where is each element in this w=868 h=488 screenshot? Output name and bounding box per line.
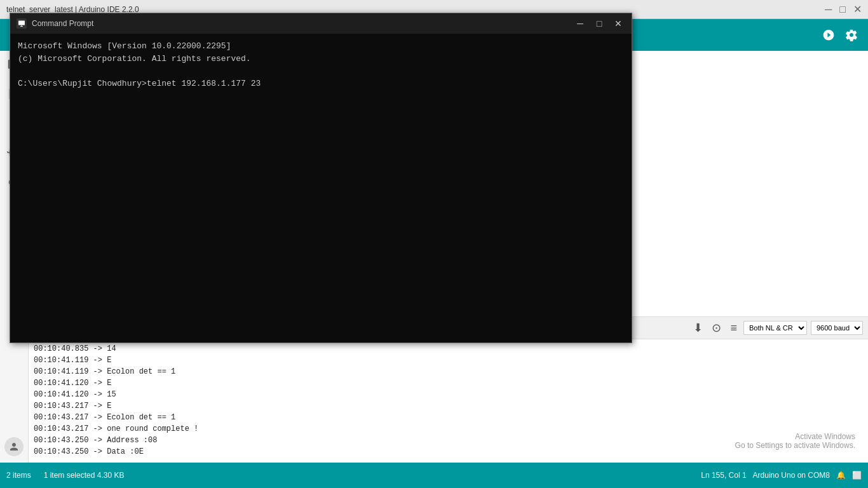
board-manager-button[interactable] (818, 25, 839, 45)
cmd-maximize-button[interactable]: □ (592, 17, 606, 30)
activate-line1: Activate Windows (735, 432, 855, 441)
menu-button[interactable]: ≡ (728, 320, 740, 336)
cmd-line-blank (18, 65, 624, 78)
close-button[interactable]: ✕ (853, 4, 862, 15)
cmd-titlebar-left: Command Prompt (17, 18, 93, 29)
cmd-window: Command Prompt ─ □ ✕ Microsoft Windows [… (10, 13, 632, 343)
serial-line-7: 00:10:43.217 -> Ecolon det == 1 (34, 412, 863, 423)
serial-line-1: 00:10:40.835 -> 14 (34, 343, 863, 355)
cmd-minimize-button[interactable]: ─ (573, 17, 587, 30)
scroll-down-button[interactable]: ⬇ (691, 320, 705, 336)
expand-icon[interactable]: ⬜ (852, 471, 862, 480)
cmd-app-icon (17, 18, 27, 29)
notification-icon: 🔔 (836, 471, 846, 480)
items-count: 2 items (6, 471, 31, 480)
autoscroll-button[interactable]: ⊙ (709, 320, 724, 336)
user-icon[interactable] (4, 437, 24, 456)
serial-line-3: 00:10:41.119 -> Ecolon det == 1 (34, 366, 863, 377)
serial-line-4: 00:10:41.120 -> E (34, 377, 863, 389)
board-info: Arduino Uno on COM8 (753, 471, 830, 480)
serial-line-6: 00:10:43.217 -> E (34, 400, 863, 412)
cmd-title: Command Prompt (32, 19, 93, 28)
selected-info: 1 item selected 4.30 KB (44, 471, 125, 480)
cmd-close-button[interactable]: ✕ (611, 17, 625, 30)
maximize-button[interactable]: □ (839, 4, 846, 15)
activate-windows-watermark: Activate Windows Go to Settings to activ… (735, 432, 855, 450)
statusbar-right: Ln 155, Col 1 Arduino Uno on COM8 🔔 ⬜ (701, 471, 862, 480)
cmd-line-copyright: (c) Microsoft Corporation. All rights re… (18, 53, 624, 65)
cursor-position: Ln 155, Col 1 (701, 471, 746, 480)
activate-line2: Go to Settings to activate Windows. (735, 441, 855, 450)
settings-button[interactable] (841, 25, 862, 45)
cmd-titlebar: Command Prompt ─ □ ✕ (10, 13, 632, 34)
baud-select[interactable]: 9600 baud (811, 321, 863, 335)
minimize-button[interactable]: ─ (825, 4, 832, 15)
cmd-line-version: Microsoft Windows [Version 10.0.22000.22… (18, 40, 624, 53)
svg-rect-2 (18, 21, 25, 25)
cmd-content[interactable]: Microsoft Windows [Version 10.0.22000.22… (10, 34, 632, 342)
newline-select[interactable]: Both NL & CR (743, 321, 807, 335)
statusbar-left: 2 items 1 item selected 4.30 KB (6, 471, 124, 480)
cmd-window-controls: ─ □ ✕ (573, 17, 625, 30)
serial-line-5: 00:10:41.120 -> 15 (34, 389, 863, 400)
cmd-line-command: C:\Users\Rupjit Chowdhury>telnet 192.168… (18, 78, 624, 90)
titlebar-controls: ─ □ ✕ (825, 4, 862, 15)
arduino-statusbar: 2 items 1 item selected 4.30 KB Ln 155, … (0, 463, 868, 488)
serial-line-2: 00:10:41.119 -> E (34, 355, 863, 366)
